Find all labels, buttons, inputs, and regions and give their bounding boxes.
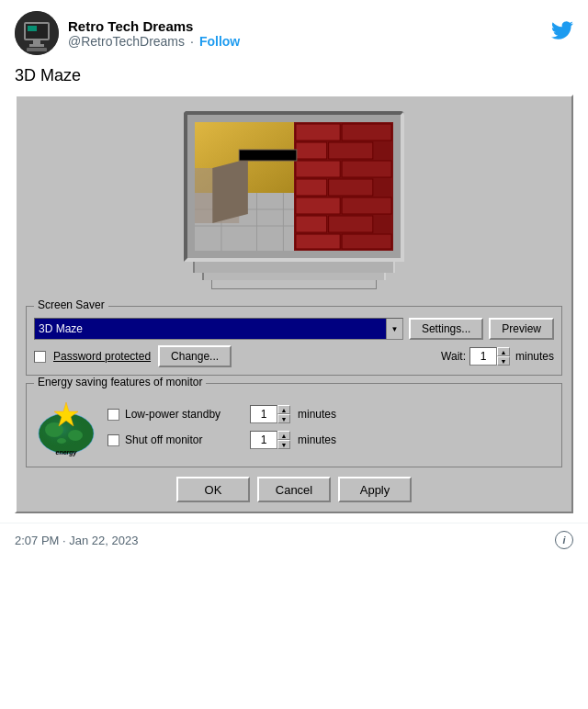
avatar [15,11,59,55]
svg-rect-19 [342,124,391,141]
screensaver-select-text: 3D Maze [39,322,83,335]
ok-button[interactable]: OK [176,477,250,502]
cancel-button[interactable]: Cancel [257,477,331,502]
svg-rect-29 [329,216,373,232]
energy-star-logo: energy [34,395,98,459]
screensaver-row: 3D Maze ▼ Settings... Preview [34,318,554,340]
avatar-image [15,11,59,55]
svg-rect-24 [296,179,327,196]
tweet-footer: 2:07 PM · Jan 22, 2023 i [0,523,588,557]
screensaver-group-label: Screen Saver [34,298,108,311]
shut-off-spinner: ▲ ▼ [250,431,290,449]
tweet-user: Retro Tech Dreams @RetroTechDreams · Fol… [15,11,240,55]
wait-spinner: ▲ ▼ [469,347,510,366]
low-power-row: Low-power standby ▲ ▼ minutes [107,405,554,423]
low-power-minutes: minutes [298,408,336,421]
password-row: Password protected Change... Wait: ▲ ▼ m… [34,345,554,367]
password-label-text: Password protected [53,350,151,363]
low-power-spin-up[interactable]: ▲ [277,405,290,414]
svg-rect-25 [329,179,373,196]
monitor-screen [195,122,393,251]
svg-rect-27 [342,197,391,214]
shut-off-row: Shut off monitor ▲ ▼ minutes [107,431,554,449]
apply-button[interactable]: Apply [338,477,412,502]
svg-rect-33 [239,150,297,161]
svg-point-37 [68,430,83,441]
svg-rect-20 [296,142,327,159]
svg-rect-22 [296,161,340,177]
monitor-base-bottom [211,280,377,289]
user-info: Retro Tech Dreams @RetroTechDreams · Fol… [68,18,240,49]
wait-spin-down[interactable]: ▼ [497,356,510,366]
energy-controls: Low-power standby ▲ ▼ minutes Shut off m… [107,405,554,449]
win95-dialog: Screen Saver 3D Maze ▼ Settings... Previ… [15,95,573,513]
monitor-screen-outer [184,111,404,262]
screensaver-group: Screen Saver 3D Maze ▼ Settings... Previ… [26,306,562,376]
svg-rect-21 [329,142,373,159]
low-power-label: Low-power standby [125,408,244,421]
monitor-base-mid [202,273,386,280]
shut-off-spin-up[interactable]: ▲ [277,431,290,440]
twitter-bird-icon [551,19,573,47]
svg-rect-6 [27,48,47,51]
svg-rect-30 [296,234,340,249]
shut-off-minutes: minutes [298,433,336,446]
shut-off-checkbox[interactable] [107,434,119,446]
info-icon[interactable]: i [555,531,573,549]
wait-area: Wait: ▲ ▼ minutes [441,347,554,366]
svg-rect-4 [33,40,40,44]
maze-preview-svg [195,122,393,251]
low-power-checkbox[interactable] [107,409,119,421]
energy-group: Energy saving features of monitor [26,383,562,467]
monitor-base-top [193,262,395,273]
wait-spin-up[interactable]: ▲ [497,347,510,356]
svg-text:energy: energy [56,449,78,456]
screensaver-select[interactable]: 3D Maze ▼ [34,318,403,340]
monitor-preview-container [26,106,562,295]
shut-off-spinner-btns: ▲ ▼ [277,431,290,449]
low-power-input[interactable] [250,405,277,423]
follow-button[interactable]: Follow [199,34,240,49]
energy-group-content: energy Low-power standby [34,395,554,459]
dot-separator: · [190,34,194,49]
shut-off-input[interactable] [250,431,277,449]
tweet-header: Retro Tech Dreams @RetroTechDreams · Fol… [0,0,588,62]
bottom-buttons: OK Cancel Apply [26,477,562,502]
shut-off-spin-down[interactable]: ▼ [277,440,290,449]
wait-label: Wait: [441,350,466,363]
svg-rect-23 [342,161,391,177]
tweet-title: 3D Maze [0,62,588,95]
energy-group-label: Energy saving features of monitor [34,376,206,388]
low-power-spinner-btns: ▲ ▼ [277,405,290,423]
low-power-spin-down[interactable]: ▼ [277,414,290,423]
change-button[interactable]: Change... [158,345,232,367]
screensaver-dropdown-arrow[interactable]: ▼ [386,319,402,339]
svg-rect-26 [296,197,340,214]
password-checkbox[interactable] [34,351,46,363]
preview-button[interactable]: Preview [489,318,554,340]
shut-off-label: Shut off monitor [125,433,244,446]
svg-rect-28 [296,216,327,232]
wait-input[interactable] [469,347,497,366]
settings-button[interactable]: Settings... [409,318,483,340]
password-label: Password protected [53,350,151,363]
handle-follow-row: @RetroTechDreams · Follow [68,34,240,49]
tweet-timestamp: 2:07 PM · Jan 22, 2023 [15,534,138,547]
user-handle: @RetroTechDreams [68,34,185,49]
wait-spinner-buttons: ▲ ▼ [497,347,510,366]
svg-rect-18 [296,124,340,141]
display-name: Retro Tech Dreams [68,18,240,34]
svg-rect-3 [28,26,37,31]
low-power-spinner: ▲ ▼ [250,405,290,423]
energy-star-svg: energy [34,395,98,459]
svg-marker-16 [212,159,248,223]
wait-minutes-label: minutes [515,350,554,363]
monitor [184,111,404,289]
svg-rect-31 [342,234,391,249]
svg-rect-5 [29,44,44,47]
svg-point-38 [57,438,66,444]
